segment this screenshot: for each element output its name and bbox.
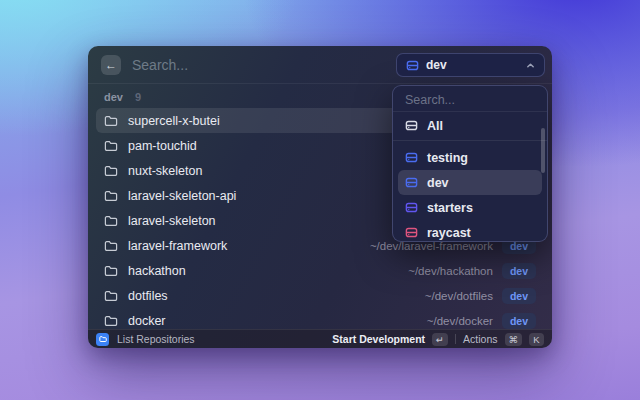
drive-icon	[406, 59, 419, 72]
folder-icon	[104, 289, 118, 303]
dropdown-item[interactable]: raycast	[398, 220, 542, 242]
repo-filter-select[interactable]: dev	[396, 53, 545, 77]
repo-row[interactable]: hackathon ~/dev/hackathon dev	[96, 258, 544, 283]
section-label: dev	[104, 91, 123, 103]
footer-bar: List Repositories Start Development ↵ Ac…	[88, 329, 552, 348]
repo-path: ~/dev/hackathon	[408, 265, 493, 277]
enter-key-icon: ↵	[432, 333, 448, 346]
repo-name: docker	[128, 314, 166, 328]
search-input[interactable]: Search...	[132, 57, 188, 73]
chevron-up-icon	[526, 61, 535, 70]
dropdown-item-label: starters	[427, 201, 473, 215]
folder-icon	[104, 239, 118, 253]
dropdown-item[interactable]: All	[398, 113, 542, 138]
repo-row[interactable]: dotfiles ~/dev/dotfiles dev	[96, 283, 544, 308]
primary-action-button[interactable]: Start Development	[332, 333, 425, 345]
repo-name: pam-touchid	[128, 139, 197, 153]
repo-name: supercell-x-butei	[128, 114, 220, 128]
repo-tag-badge: dev	[502, 288, 536, 304]
dropdown-item[interactable]: dev	[398, 170, 542, 195]
dropdown-item-label: raycast	[427, 226, 471, 240]
dropdown-item[interactable]: starters	[398, 195, 542, 220]
back-button[interactable]: ←	[101, 55, 121, 75]
folder-icon	[104, 139, 118, 153]
repo-name: laravel-skeleton-api	[128, 189, 236, 203]
dropdown-scrollbar[interactable]	[541, 128, 545, 173]
repo-name: hackathon	[128, 264, 186, 278]
dropdown-group-all: All	[393, 112, 547, 138]
command-title: List Repositories	[117, 333, 195, 345]
section-count: 9	[135, 91, 141, 103]
drive-icon	[405, 176, 418, 189]
repo-tag-badge: dev	[502, 263, 536, 279]
extension-folder-icon	[96, 333, 109, 346]
drive-icon	[405, 119, 418, 132]
dropdown-item[interactable]: testing	[398, 145, 542, 170]
folder-icon	[104, 264, 118, 278]
drive-icon	[405, 201, 418, 214]
repo-name: dotfiles	[128, 289, 168, 303]
folder-icon	[104, 314, 118, 328]
dropdown-search-input[interactable]: Search...	[393, 86, 547, 112]
repo-path: ~/dev/dotfiles	[425, 290, 493, 302]
folder-icon	[104, 189, 118, 203]
drive-icon	[405, 151, 418, 164]
dropdown-group-repos: testing dev starters raycast open-source	[393, 144, 547, 242]
repo-accessories: ~/dev/hackathon dev	[408, 263, 536, 279]
folder-icon	[104, 214, 118, 228]
repo-row[interactable]: docker ~/dev/docker dev	[96, 308, 544, 329]
raycast-window: ← Search... dev Search... All testing de	[88, 46, 552, 348]
folder-icon	[104, 114, 118, 128]
k-key-icon: K	[529, 333, 544, 346]
repo-name: laravel-framework	[128, 239, 227, 253]
repo-path: ~/dev/docker	[427, 315, 493, 327]
repo-tag-badge: dev	[502, 313, 536, 329]
filter-dropdown-panel: Search... All testing dev starters rayca…	[392, 85, 548, 242]
repo-name: nuxt-skeleton	[128, 164, 202, 178]
back-arrow-icon: ←	[105, 58, 117, 72]
footer-divider	[455, 334, 456, 344]
repo-accessories: ~/dev/docker dev	[427, 313, 536, 329]
dropdown-item-label: testing	[427, 151, 468, 165]
repo-accessories: ~/dev/dotfiles dev	[425, 288, 536, 304]
dropdown-item-label: All	[427, 119, 443, 133]
filter-selected-value: dev	[426, 58, 447, 72]
dropdown-item-label: dev	[427, 176, 449, 190]
cmd-key-icon: ⌘	[505, 333, 523, 346]
actions-button[interactable]: Actions	[463, 333, 497, 345]
folder-icon	[104, 164, 118, 178]
drive-icon	[405, 226, 418, 239]
dropdown-separator	[393, 140, 547, 141]
repo-name: laravel-skeleton	[128, 214, 216, 228]
